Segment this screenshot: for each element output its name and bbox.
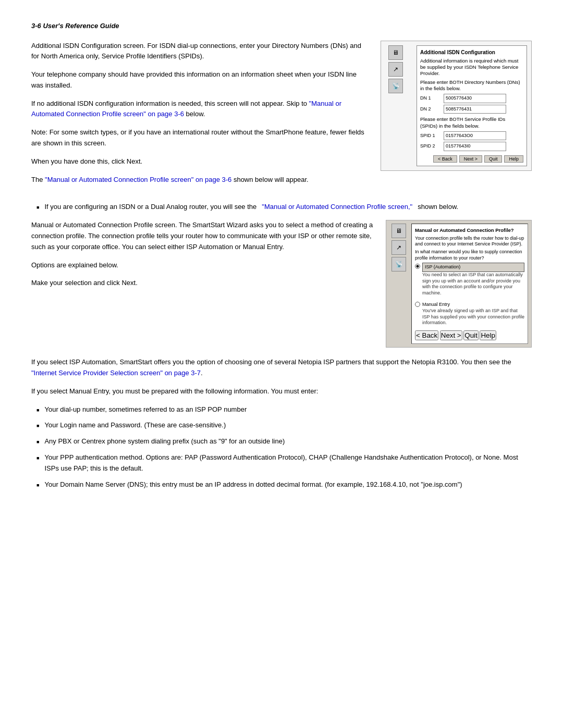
- bullet-item-final-1: Your Login name and Password. (These are…: [36, 420, 532, 431]
- screenshot2-combined: 🖥 ↗ 📡 Manual or Automated Connection Pro…: [389, 224, 528, 344]
- dn2-value: 5085776431: [444, 105, 506, 114]
- screenshot1-title: Additional ISDN Configuration: [420, 49, 523, 56]
- bullet1-text-start: If you are configuring an ISDN or a Dual…: [44, 202, 256, 213]
- manual-para1: Manual or Automated Connection Profile s…: [31, 220, 375, 252]
- isdn-screenshot: 🖥 ↗ 📡 Additional ISDN Configuration Addi…: [381, 41, 532, 171]
- isdn-para6: The "Manual or Automated Connection Prof…: [31, 175, 368, 186]
- spid2-row: SPID 2 01577643I0: [420, 142, 523, 151]
- manual-section: Manual or Automated Connection Profile s…: [31, 220, 532, 348]
- isdn-para3-end: below.: [184, 110, 205, 118]
- dn2-label: DN 2: [420, 106, 444, 113]
- bullet-item-final-4: Your Domain Name Server (DNS); this entr…: [36, 479, 532, 490]
- screenshot2-desc3: In what manner would you like to supply …: [415, 249, 524, 261]
- bullet1-text-end: shown below.: [418, 202, 458, 213]
- spid1-row: SPID 1 01577643O0: [420, 131, 523, 141]
- quit-button-2[interactable]: Quit: [463, 330, 478, 340]
- wizard2-icon2: ↗: [391, 240, 406, 255]
- wizard-icon1: 🖥: [388, 45, 403, 60]
- screenshot1-desc2: Additional information is required which…: [420, 58, 523, 77]
- radio1-row: ISP (Automation) You need to select an I…: [415, 263, 524, 298]
- dn1-row: DN 1 5005776430: [420, 94, 523, 103]
- page-header: 3-6 User's Reference Guide: [31, 21, 532, 31]
- section3-text-end: .: [201, 369, 203, 377]
- next-button-1[interactable]: Next >: [459, 155, 482, 163]
- section3-para1: If you select ISP Automation, SmartStart…: [31, 357, 532, 379]
- radio2-container: Manual Entry You've already signed up wi…: [422, 301, 524, 328]
- wizard2-icon3: 📡: [391, 257, 406, 272]
- bullet1-link[interactable]: "Manual or Automated Connection Profile …: [262, 202, 412, 213]
- quit-button-1[interactable]: Quit: [484, 155, 503, 163]
- isdn-para3: If no additional ISDN configuration info…: [31, 98, 368, 120]
- help-button-2[interactable]: Help: [480, 330, 496, 340]
- wizard2-icon1: 🖥: [391, 224, 406, 238]
- isdn-para3-text: If no additional ISDN configuration info…: [31, 100, 309, 107]
- isdn-link2[interactable]: "Manual or Automated Connection Profile …: [45, 176, 231, 183]
- spid2-value: 01577643I0: [444, 142, 506, 151]
- screenshot1-desc3: Please enter BOTH Directory Numbers (DNs…: [420, 79, 523, 92]
- isdn-text-col: Additional ISDN Configuration screen. Fo…: [31, 41, 368, 193]
- section-title: 3-6 User's Reference Guide: [31, 21, 532, 31]
- dn1-value: 5005776430: [444, 94, 506, 103]
- radio2-label[interactable]: Manual Entry: [422, 302, 450, 307]
- screenshot1-combined: 🖥 ↗ 📡 Additional ISDN Configuration Addi…: [385, 45, 527, 166]
- isdn-para1: Additional ISDN Configuration screen. Fo…: [31, 41, 368, 63]
- isdn-para4: Note: For some switch types, or if you h…: [31, 127, 368, 149]
- help-button-1[interactable]: Help: [504, 155, 523, 163]
- screenshot1-inner: Additional ISDN Configuration Additional…: [417, 45, 527, 166]
- screenshot2-icons: 🖥 ↗ 📡: [389, 224, 408, 344]
- bullet-item-1: If you are configuring an ISDN or a Dual…: [36, 202, 532, 213]
- isdn-para6-end: shown below will appear.: [231, 176, 308, 183]
- wizard-icon3: 📡: [388, 79, 403, 93]
- radio2-circle[interactable]: [415, 302, 420, 307]
- manual-para3: Make your selection and click Next.: [31, 278, 375, 289]
- bullet-item-final-0: Your dial-up number, sometimes referred …: [36, 404, 532, 415]
- manual-para2: Options are explained below.: [31, 260, 375, 271]
- spid2-label: SPID 2: [420, 143, 444, 150]
- bullet-text-3: Your PPP authentication method. Options …: [44, 452, 532, 474]
- screenshot2-inner: Manual or Automated Connection Profile? …: [411, 224, 528, 344]
- back-button-2[interactable]: < Back: [415, 330, 438, 340]
- radio2-row: Manual Entry You've already signed up wi…: [415, 301, 524, 328]
- spid1-value: 01577643O0: [444, 131, 506, 141]
- bullet-text-4: Your Domain Name Server (DNS); this entr…: [44, 479, 462, 490]
- bullet-list-final: Your dial-up number, sometimes referred …: [31, 404, 532, 490]
- radio2-desc: You've already signed up with an ISP and…: [422, 308, 524, 326]
- manual-text-col: Manual or Automated Connection Profile s…: [31, 220, 375, 348]
- isdn-para6-text: The: [31, 176, 45, 183]
- isdn-section: Additional ISDN Configuration screen. Fo…: [31, 41, 532, 193]
- bullet-text-2: Any PBX or Centrex phone system dialing …: [44, 436, 285, 447]
- bullet-item-final-3: Your PPP authentication method. Options …: [36, 452, 532, 474]
- dn1-label: DN 1: [420, 95, 444, 102]
- isdn-para5: When you have done this, click Next.: [31, 156, 368, 167]
- isdn-para2: Your telephone company should have provi…: [31, 69, 368, 91]
- next-button-2[interactable]: Next >: [440, 330, 462, 340]
- bullet-list-1: If you are configuring an ISDN or a Dual…: [31, 202, 532, 213]
- radio1-desc: You need to select an ISP that can autom…: [422, 272, 524, 297]
- screenshot1-icons: 🖥 ↗ 📡: [385, 45, 406, 166]
- back-button-1[interactable]: < Back: [433, 155, 457, 163]
- screenshot1-desc4: Please enter BOTH Service Profile IDs (S…: [420, 116, 523, 129]
- dn2-row: DN 2 5085776431: [420, 105, 523, 114]
- bullet-text-1: Your Login name and Password. (These are…: [44, 420, 226, 431]
- wizard-icon2: ↗: [388, 62, 403, 77]
- screenshot2-buttons: < Back Next > Quit Help: [415, 330, 524, 340]
- section3-text-start: If you select ISP Automation, SmartStart…: [31, 358, 511, 366]
- radio1-label[interactable]: ISP (Automation): [422, 263, 524, 272]
- manual-screenshot: 🖥 ↗ 📡 Manual or Automated Connection Pro…: [386, 220, 532, 348]
- isp-link[interactable]: "Internet Service Provider Selection scr…: [31, 369, 201, 377]
- screenshot2-desc2: Your connection profile tells the router…: [415, 236, 524, 248]
- radio1-container: ISP (Automation) You need to select an I…: [422, 263, 524, 298]
- screenshot1-buttons: < Back Next > Quit Help: [420, 155, 523, 163]
- screenshot2-title: Manual or Automated Connection Profile?: [415, 227, 524, 233]
- bullet-text-0: Your dial-up number, sometimes referred …: [44, 404, 247, 415]
- bullet-item-final-2: Any PBX or Centrex phone system dialing …: [36, 436, 532, 447]
- radio1-circle[interactable]: [415, 264, 420, 269]
- spid1-label: SPID 1: [420, 132, 444, 140]
- section3-para2: If you select Manual Entry, you must be …: [31, 386, 532, 397]
